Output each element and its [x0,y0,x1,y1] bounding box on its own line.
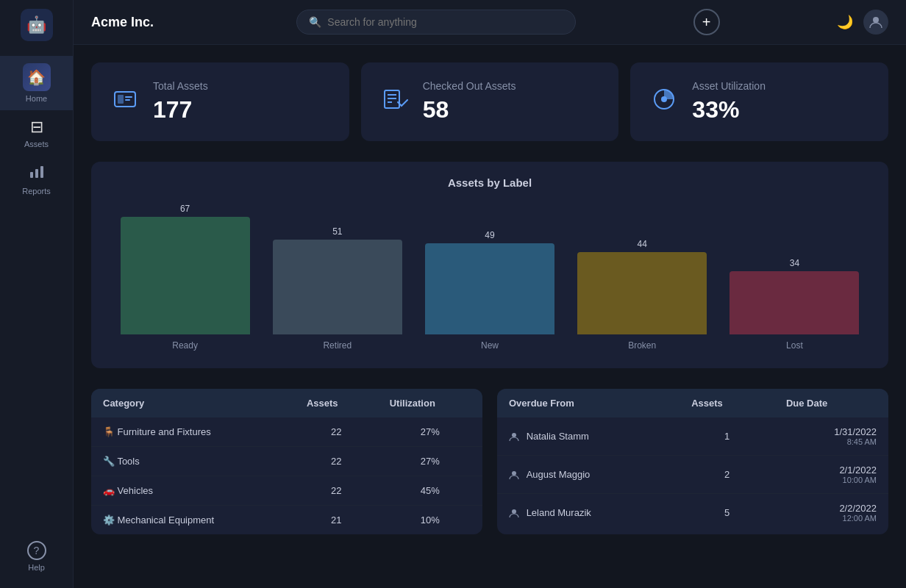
content-area: Total Assets 177 Checked Out Assets [74,45,906,588]
person-icon [509,469,522,480]
category-assets: 22 [295,417,378,447]
table-row: ⚙️ Mechanical Equipment 21 10% [91,506,482,535]
col-due-date: Due Date [774,389,888,417]
category-assets: 22 [295,447,378,476]
chart-title: Assets by Label [109,176,871,189]
overdue-assets: 2 [680,456,774,494]
total-assets-label: Total Assets [153,80,208,92]
table-row: Natalia Stamm 1 1/31/2022 8:45 AM [497,417,888,456]
utilization-info: Asset Utilization 33% [692,80,766,123]
bar-label: Retired [323,340,352,351]
category-table-card: Category Assets Utilization 🪑 Furniture … [91,389,482,534]
col-utilization: Utilization [378,389,482,417]
bar-group-new: 49 New [413,204,566,351]
sidebar-assets-label: Assets [24,140,49,148]
category-name: 🔧 Tools [91,447,295,476]
reports-icon [29,163,45,184]
category-utilization: 27% [378,447,482,476]
bar-label: Broken [628,340,656,351]
total-assets-icon [112,86,138,118]
sidebar-item-assets[interactable]: ⊟ Assets [0,110,73,156]
bar-group-ready: 67 Ready [109,204,261,351]
stat-card-checked-out: Checked Out Assets 58 [361,62,619,141]
checked-out-icon [382,86,408,118]
person-icon [509,431,522,442]
company-name: Acme Inc. [91,15,179,30]
overdue-due-date: 2/2/2022 12:00 AM [774,494,888,532]
help-icon: ? [27,541,46,560]
bar-rect[interactable] [273,240,402,334]
table-row: 🚗 Vehicles 22 45% [91,476,482,506]
category-name: ⚙️ Mechanical Equipment [91,506,295,535]
bar-value: 67 [180,204,190,214]
bar-value: 51 [332,226,342,237]
category-name: 🚗 Vehicles [91,476,295,506]
table-row: Leland Murazik 5 2/2/2022 12:00 AM [497,494,888,532]
bar-group-broken: 44 Broken [566,204,718,351]
stat-card-total-assets: Total Assets 177 [91,62,349,141]
bar-group-retired: 51 Retired [261,204,413,351]
svg-point-13 [661,96,667,102]
overdue-person: Leland Murazik [497,494,680,532]
dark-mode-icon[interactable]: 🌙 [837,14,853,30]
tables-row: Category Assets Utilization 🪑 Furniture … [91,389,888,534]
overdue-due-date: 2/1/2022 10:00 AM [774,456,888,494]
utilization-icon [651,86,677,118]
stat-card-utilization: Asset Utilization 33% [630,62,888,141]
svg-rect-1 [35,169,38,178]
category-utilization: 10% [378,506,482,535]
svg-point-14 [512,433,516,437]
header-right: 🌙 [837,10,888,35]
category-table: Category Assets Utilization 🪑 Furniture … [91,389,482,534]
search-input[interactable] [327,16,563,28]
bar-rect[interactable] [730,271,859,334]
bar-rect[interactable] [425,243,554,334]
category-utilization: 45% [378,476,482,506]
overdue-table-card: Overdue From Assets Due Date Natalia Sta… [497,389,888,534]
svg-rect-2 [40,166,43,178]
bar-value: 49 [485,230,494,240]
stat-cards: Total Assets 177 Checked Out Assets [91,62,888,141]
category-assets: 22 [295,476,378,506]
utilization-label: Asset Utilization [692,80,766,92]
bar-value: 44 [638,239,647,249]
svg-point-16 [512,509,516,514]
checked-out-label: Checked Out Assets [423,80,516,92]
category-name: 🪑 Furniture and Fixtures [91,417,295,447]
total-assets-info: Total Assets 177 [153,80,208,123]
overdue-person: Natalia Stamm [497,417,680,456]
sidebar-item-reports[interactable]: Reports [0,156,73,203]
main-content: Acme Inc. 🔍 + 🌙 [74,0,906,588]
svg-rect-5 [118,95,124,104]
checked-out-value: 58 [423,96,516,123]
col-overdue-from: Overdue From [497,389,680,417]
table-row: 🔧 Tools 22 27% [91,447,482,476]
bar-rect[interactable] [577,252,707,334]
sidebar-item-home[interactable]: 🏠 Home [0,56,73,110]
table-row: August Maggio 2 2/1/2022 10:00 AM [497,456,888,494]
sidebar-item-help[interactable]: ? Help [27,534,46,579]
bar-label: Ready [172,340,198,351]
overdue-assets: 5 [680,494,774,532]
home-icon: 🏠 [23,63,51,91]
svg-rect-7 [125,99,130,101]
bar-chart: 67 Ready 51 Retired 49 New 44 Broken 34 … [109,204,871,351]
sidebar: 🤖 🏠 Home ⊟ Assets Reports ? Help [0,0,74,588]
bar-value: 34 [790,258,799,268]
user-avatar[interactable] [863,10,888,35]
table-row: 🪑 Furniture and Fixtures 22 27% [91,417,482,447]
bar-label: Lost [786,340,803,351]
assets-icon: ⊟ [30,118,43,137]
svg-rect-6 [125,96,132,98]
search-icon: 🔍 [309,16,321,28]
add-button[interactable]: + [693,9,720,35]
overdue-table: Overdue From Assets Due Date Natalia Sta… [497,389,888,531]
sidebar-help-label: Help [28,563,45,572]
sidebar-bottom: ? Help [27,534,46,579]
search-bar[interactable]: 🔍 [296,10,576,35]
bar-label: New [481,340,499,351]
bar-group-lost: 34 Lost [718,204,871,351]
col-category: Category [91,389,295,417]
bar-rect[interactable] [121,217,250,334]
svg-rect-0 [30,172,33,178]
